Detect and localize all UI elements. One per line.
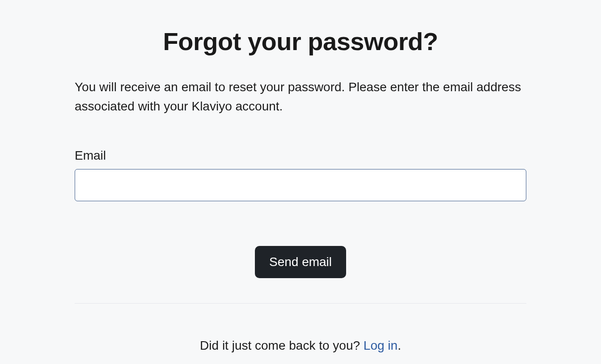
page-title: Forgot your password? <box>75 27 526 56</box>
email-label: Email <box>75 148 526 163</box>
send-email-button[interactable]: Send email <box>255 246 346 278</box>
divider <box>75 303 526 304</box>
footer-prompt: Did it just come back to you? <box>200 339 364 352</box>
forgot-password-container: Forgot your password? You will receive a… <box>75 0 526 353</box>
footer-text: Did it just come back to you? Log in. <box>75 339 526 353</box>
email-field[interactable] <box>75 169 526 201</box>
page-description: You will receive an email to reset your … <box>75 77 526 116</box>
footer-suffix: . <box>398 339 401 352</box>
login-link[interactable]: Log in <box>364 339 398 352</box>
button-row: Send email <box>75 246 526 278</box>
